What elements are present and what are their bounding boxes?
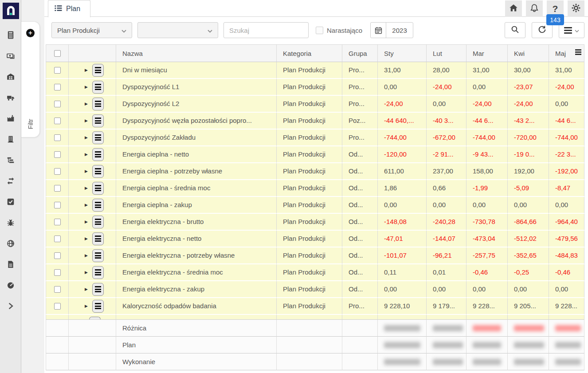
row-name-cell: Dyspozycyjność L2 [116,96,277,113]
row-menu-button[interactable] [92,283,104,296]
column-header-Sty[interactable]: Sty [378,44,427,62]
column-options-icon[interactable] [574,48,583,56]
row-menu-button-clipped [89,317,101,320]
column-header-Kategoria[interactable]: Kategoria [277,44,342,62]
expand-arrow-icon[interactable]: ▶ [85,264,88,280]
expand-arrow-icon[interactable]: ▶ [85,214,88,230]
column-header-Grupa[interactable]: Grupa [342,44,378,62]
document-icon[interactable] [7,260,15,268]
value-cell: 31,00 [549,62,584,79]
column-header-Mar[interactable]: Mar [466,44,508,62]
globe-icon[interactable] [7,240,15,247]
row-select-cell [46,298,69,315]
search-button[interactable] [505,22,525,38]
row-checkbox[interactable] [54,219,61,225]
app-logo[interactable] [3,3,19,19]
expand-arrow-icon[interactable]: ▶ [85,298,88,314]
cumulative-toggle[interactable]: Narastająco [316,27,362,34]
row-menu-button[interactable] [92,148,104,161]
search-input[interactable] [223,22,309,38]
expand-arrow-icon[interactable]: ▶ [85,281,88,297]
row-checkbox[interactable] [54,118,61,124]
row-menu-button[interactable] [92,114,104,127]
expand-arrow-icon[interactable]: ▶ [85,130,88,145]
hierarchy-list-icon[interactable] [7,156,15,164]
bug-icon[interactable] [7,219,15,227]
select-all-checkbox[interactable] [54,50,61,57]
partial-cell [466,315,508,320]
expand-arrow-icon[interactable]: ▶ [85,163,88,179]
notifications-button[interactable] [526,0,543,17]
row-checkbox[interactable] [54,101,61,107]
tab-plan[interactable]: Plan [48,0,90,17]
row-checkbox[interactable] [54,286,61,293]
row-menu-button[interactable] [92,199,104,212]
add-filter-button[interactable]: + [26,29,35,37]
row-group-cell: Od... [342,264,378,281]
settings-button[interactable] [568,0,584,17]
partial-cell [427,315,466,320]
row-checkbox[interactable] [54,202,61,208]
table-row: ▶Dyspozycyjność węzła pozostałości popro… [46,113,584,130]
view-select[interactable]: Plan Produkcji [51,22,132,38]
row-checkbox[interactable] [54,236,61,242]
row-menu-button[interactable] [92,165,104,178]
warehouse-icon[interactable] [7,73,15,81]
calculator-icon[interactable] [7,31,15,39]
expand-arrow-icon[interactable]: ▶ [85,180,88,196]
row-menu-button[interactable] [92,81,104,94]
summary-cell [342,320,378,337]
row-menu-button[interactable] [92,98,104,110]
redacted-value [384,325,420,331]
column-header-Maj[interactable]: Maj [549,44,584,62]
row-checkbox[interactable] [54,84,61,90]
row-menu-button[interactable] [92,232,104,245]
year-picker[interactable]: 2023 [370,22,413,38]
column-header-Nazwa[interactable]: Nazwa [116,44,277,62]
row-checkbox[interactable] [54,151,61,158]
row-checkbox[interactable] [54,134,61,141]
cumulative-checkbox[interactable] [316,27,323,34]
sidebar-nav [0,31,21,310]
value-cell: 30,00 [508,62,549,79]
row-menu-button[interactable] [92,300,104,313]
expand-arrow-icon[interactable]: ▶ [85,96,88,112]
office-building-icon[interactable] [7,135,15,143]
row-checkbox[interactable] [54,168,61,175]
row-menu-button[interactable] [92,64,104,77]
row-checkbox[interactable] [54,303,61,310]
filter-panel[interactable]: + Filtr [21,21,40,137]
column-header-empty[interactable] [69,44,116,62]
row-checkbox[interactable] [54,67,61,74]
chevron-right-icon[interactable] [7,302,15,310]
column-header-Lut[interactable]: Lut [427,44,466,62]
repeat-icon[interactable] [7,177,15,185]
row-checkbox[interactable] [54,185,61,192]
row-checkbox[interactable] [54,269,61,276]
secondary-select[interactable] [137,22,218,38]
gauge-icon[interactable] [7,281,15,289]
expand-arrow-icon[interactable]: ▶ [85,79,88,95]
checked-task-icon[interactable] [7,198,15,206]
truck-icon[interactable] [7,94,15,102]
factory-icon[interactable] [7,114,15,122]
row-menu-button[interactable] [92,266,104,279]
row-menu-button[interactable] [92,131,104,144]
row-group-cell: Pro... [342,298,378,315]
row-menu-button[interactable] [92,249,104,262]
expand-arrow-icon[interactable]: ▶ [85,231,88,247]
expand-arrow-icon[interactable]: ▶ [85,146,88,162]
select-all-cell[interactable] [46,44,69,62]
expand-arrow-icon[interactable]: ▶ [85,197,88,213]
home-button[interactable] [505,0,522,17]
expand-arrow-icon[interactable]: ▶ [85,247,88,263]
help-button[interactable]: ? 143 [547,0,564,17]
row-checkbox[interactable] [54,252,61,259]
expand-arrow-icon[interactable]: ▶ [85,62,88,78]
expand-arrow-icon[interactable]: ▶ [85,113,88,129]
value-cell: 0,11 [378,264,427,281]
banknote-icon[interactable] [7,52,15,60]
column-header-Kwi[interactable]: Kwi [508,44,549,62]
row-menu-button[interactable] [92,182,104,195]
row-menu-button[interactable] [92,216,104,228]
